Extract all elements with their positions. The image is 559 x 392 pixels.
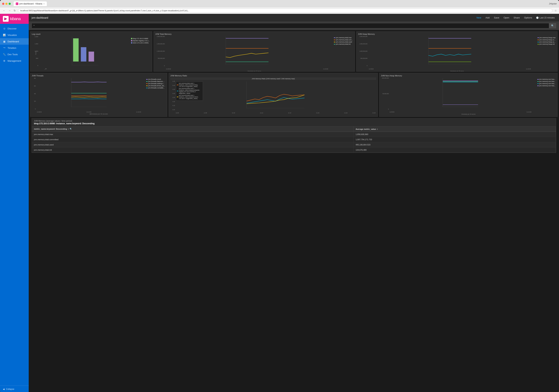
dashboard-content: Log count blog-172.18.0.3:8080 j <box>29 30 559 392</box>
jvm-heap-memory-title: JVM Heap Memory <box>358 33 556 35</box>
legend-total-init: jvm.memory.total.init <box>334 43 353 45</box>
jvm-heap-memory-x-label: :timestamp per 30 secon <box>450 71 464 72</box>
open-button[interactable]: Open <box>502 15 511 20</box>
legend-total-com: jvm.memory.total.com... <box>334 39 353 41</box>
legend-nonheap-2: jvm.memory.non-hea... <box>537 81 556 82</box>
table-row: jvm.memory.total.max 1,858,600,960 <box>32 132 556 137</box>
url-bar[interactable] <box>18 9 552 13</box>
jvm-non-heap-x-label: :timestamp per 30 seconc <box>461 113 475 115</box>
add-button[interactable]: Add <box>484 15 491 20</box>
sidebar-label-visualize: Visualize <box>8 34 17 36</box>
back-button[interactable]: ← <box>2 9 6 12</box>
legend-color-threads-count <box>146 79 148 80</box>
browser-window: K jvm-dashboard - Kibana ✕ JHipster ← → … <box>0 0 559 392</box>
jvm-threads-x-ticks: 11:08:00 11:12:00 11:16:00 <box>37 111 141 113</box>
table-body: jvm.memory.total.max 1,858,600,960 jvm.m… <box>32 132 556 153</box>
browser-toolbar: ← → ↻ ☆ <box>0 8 559 14</box>
jvm-total-memory-x-ticks: 11:09:00 11:15:00 <box>166 68 328 70</box>
discover-icon: ⊙ <box>3 27 6 30</box>
legend-item-jhipster: jhipster-registry-172.1... <box>131 40 150 42</box>
sidebar-item-timelion[interactable]: 〜 Timelion <box>0 45 29 51</box>
dashboard-icon: ▦ <box>3 40 6 43</box>
legend-color-threads-waiting <box>146 83 148 84</box>
legend-color-nonheap-1 <box>537 79 539 80</box>
jvm-memory-data-table: metric_name.keyword: Descending ⇕ 🔍 Aver… <box>32 127 556 153</box>
legend-item-store: store-172.18.0.2:8081 <box>131 42 150 44</box>
panel-jvm-heap-memory: JVM Heap Memory 2,000,000,000 1,500,000,… <box>356 31 558 72</box>
panel-log-count-title: Log count <box>32 33 150 35</box>
browser-tab[interactable]: K jvm-dashboard - Kibana ✕ <box>14 1 47 6</box>
legend-color-threads-daemon <box>146 81 148 82</box>
visualize-icon: 📊 <box>3 34 6 36</box>
new-button[interactable]: New <box>475 15 483 20</box>
minimize-window-button[interactable] <box>5 3 8 5</box>
table-row: jvm.memory.total.committed 1,007,754,171… <box>32 137 556 142</box>
sidebar-label-management: Management <box>8 60 21 62</box>
search-button[interactable]: 🔍 <box>549 23 556 28</box>
forward-button[interactable]: → <box>8 9 11 12</box>
management-icon: ⚙ <box>3 59 6 62</box>
metric-name-cell: jvm.memory.total.max <box>32 132 354 137</box>
kibana-logo-svg <box>4 17 8 21</box>
legend-color-heap-co <box>538 40 539 40</box>
maximize-window-button[interactable] <box>9 3 11 5</box>
options-button[interactable]: Options <box>522 15 534 20</box>
legend-label-blog: blog-172.18.0.3:8080 <box>133 38 148 39</box>
panels-row-1: Log count blog-172.18.0.3:8080 j <box>30 31 558 72</box>
sidebar-nav: ⊙ Discover 📊 Visualize ▦ Dashboard 〜 Tim… <box>0 24 29 385</box>
svg-marker-1 <box>4 19 7 20</box>
clock-icon: 🕐 <box>536 17 539 19</box>
tab-close-button[interactable]: ✕ <box>43 3 45 5</box>
metric-value-cell: 495,106,664.533 <box>354 142 556 147</box>
jvm-total-memory-x-label: :timestamp per 30 secon <box>247 71 261 72</box>
sidebar-item-management[interactable]: ⚙ Management <box>0 58 29 64</box>
kibana-tab-icon: K <box>16 2 18 5</box>
panel-log-count: Log count blog-172.18.0.3:8080 j <box>30 31 152 72</box>
legend-label-total-init: jvm.memory.total.init <box>336 43 351 45</box>
sidebar-label-dashboard: Dashboard <box>8 40 19 43</box>
jvm-heap-memory-chart <box>368 36 531 64</box>
legend-label-threads-timed: jvm.threads.timed_wa... <box>148 85 165 87</box>
legend-color-total-com <box>334 40 335 40</box>
jvm-memory-ratio-tooltip: JVM Memory Ratio (JVM memory used / JVM … <box>170 77 376 80</box>
legend-total-max: jvm.memory.total.max <box>334 37 353 38</box>
legend-label-heap-init: jvm.memory.heap.init <box>540 43 555 45</box>
legend-nonheap-3: jvm.memory.non-hea... <box>537 83 556 84</box>
legend-heap-max: jvm.memory.heap.max <box>538 37 556 38</box>
sort-icon-value[interactable]: ⇕ <box>377 128 378 130</box>
close-window-button[interactable] <box>2 3 4 5</box>
time-picker-button[interactable]: 🕐 Last 15 minutes <box>535 15 556 20</box>
panel-jvm-memory-ratio: JVM Memory Ratio JVM Memory Ratio (JVM m… <box>169 73 378 117</box>
legend-nonheap-1: jvm.memory.non-hea... <box>537 78 556 80</box>
metric-value-cell: 1,858,600,960 <box>354 132 556 137</box>
legend-color-heap-max <box>538 37 539 38</box>
legend-label-heap-co: jvm.memory.heap.co... <box>540 39 556 41</box>
sidebar-item-discover[interactable]: ⊙ Discover <box>0 25 29 32</box>
share-button[interactable]: Share <box>512 15 522 20</box>
sidebar-item-visualize[interactable]: 📊 Visualize <box>0 32 29 38</box>
jvm-memory-ratio-x-ticks: 11:06 11:08 11:10 11:12 11:14 11:16 11:1… <box>176 112 375 113</box>
search-input[interactable] <box>32 23 549 28</box>
panel-jvm-total-memory: JVM Total Memory 2,000,000,000 1,500,000… <box>154 31 355 72</box>
legend-heap-co: jvm.memory.heap.co... <box>538 39 556 41</box>
legend-label-jhipster: jhipster-registry-172.1... <box>133 40 150 42</box>
kibana-logo-icon <box>3 16 9 22</box>
refresh-button[interactable]: ↻ <box>13 9 17 12</box>
save-button[interactable]: Save <box>492 15 501 20</box>
legend-color-heap-init <box>538 44 539 45</box>
app-container: kibana ⊙ Discover 📊 Visualize ▦ Dashboar… <box>0 14 559 392</box>
sidebar-item-devtools[interactable]: 🔧 Dev Tools <box>0 51 29 58</box>
sidebar-item-dashboard[interactable]: ▦ Dashboard <box>0 38 29 45</box>
sort-icon-metric[interactable]: ⇕ <box>68 128 69 130</box>
legend-threads-timed: jvm.threads.timed_wa... <box>146 85 165 87</box>
search-icon-metric[interactable]: 🔍 <box>70 128 72 130</box>
legend-color-total-init <box>334 44 335 45</box>
legend-label-heap-us: jvm.memory.heap.us... <box>540 41 556 43</box>
table-sub-label: blog-172.18.0.3:8080: instance_name.keyw… <box>34 122 554 125</box>
bookmark-icon[interactable]: ☆ <box>555 9 557 12</box>
jvm-memory-ratio-title: JVM Memory Ratio <box>170 75 376 77</box>
jvm-threads-chart <box>37 78 141 107</box>
sidebar-collapse-button[interactable]: ◀ Collapse <box>0 385 29 392</box>
log-count-chart <box>39 36 131 65</box>
svg-rect-3 <box>81 47 86 62</box>
